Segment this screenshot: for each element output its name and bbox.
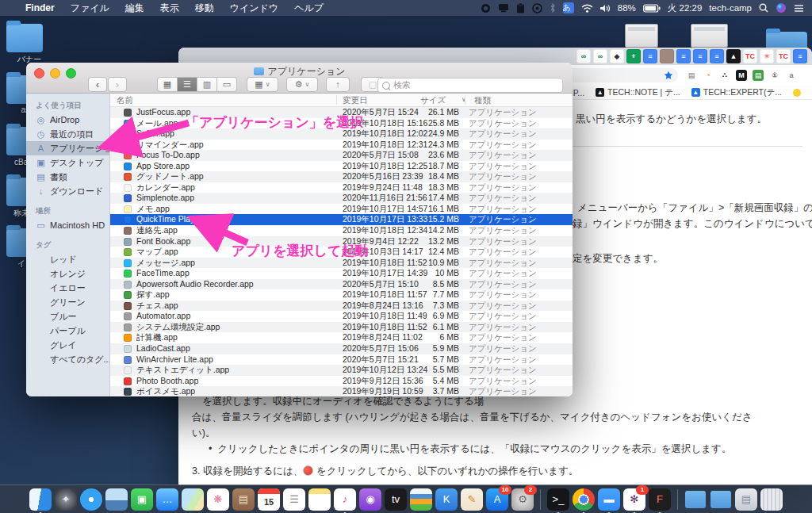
bookmark-item[interactable]: ▲TECH::NOTE | テ... [596, 87, 680, 98]
column-header-kind[interactable]: 種類 [474, 94, 491, 106]
file-row[interactable]: Font Book.app2019年9月4日 12:2213.2 MBアプリケー… [110, 236, 573, 247]
bluetooth-icon[interactable] [550, 3, 556, 13]
file-row[interactable]: JustFocus.app2020年5月7日 15:2426.1 MBアプリケー… [110, 107, 573, 118]
menu-item[interactable]: 編集 [117, 0, 152, 16]
dock-icon-safari[interactable] [80, 488, 102, 511]
desktop-folder[interactable]: バナー [6, 24, 43, 52]
record-status-icon[interactable] [481, 3, 491, 13]
sidebar-item-ブルー[interactable]: ブルー [26, 309, 109, 323]
dock-icon-figma[interactable]: F [649, 488, 671, 511]
display-menu-icon[interactable] [498, 3, 509, 13]
dock-icon-messages[interactable]: … [156, 488, 178, 511]
browser-tab[interactable]: ▲ [726, 49, 741, 63]
menu-item[interactable]: 移動 [187, 0, 222, 16]
file-row[interactable]: リマインダー.app2019年10月18日 12:3124.3 MBアプリケーシ… [110, 140, 573, 151]
dock-icon-itunes[interactable]: ♪ [334, 488, 356, 511]
file-row[interactable]: 探す.app2019年10月18日 11:577.7 MBアプリケーション [110, 289, 573, 301]
sidebar-item-グレイ[interactable]: グレイ [26, 338, 109, 352]
file-row[interactable]: テキストエディット.app2019年10月12日 13:245.5 MBアプリケ… [110, 365, 573, 376]
browser-tab[interactable]: ≡ [710, 49, 724, 63]
sidebar-item-オレンジ[interactable]: オレンジ [26, 266, 109, 281]
list-view-button[interactable]: ☰ [178, 77, 197, 92]
sidebar-item-アプリケーション[interactable]: Aアプリケーション [26, 141, 109, 155]
battery-icon[interactable] [643, 4, 661, 13]
column-header-name[interactable]: 名前 [117, 94, 133, 106]
dock-icon-calendar[interactable]: 15 [258, 488, 280, 511]
desktop-screenshot-thumbnail[interactable] [625, 24, 658, 48]
sidebar-item-レッド[interactable]: レッド [26, 252, 109, 266]
column-view-button[interactable]: ▥ [197, 77, 217, 92]
dock-icon-contacts[interactable]: ▤ [232, 488, 255, 511]
browser-tab[interactable] [660, 49, 674, 63]
forward-button[interactable]: › [108, 77, 127, 92]
back-button[interactable]: ‹ [88, 77, 107, 92]
browser-tab[interactable]: ∞ [593, 49, 607, 63]
file-row[interactable]: ボイスメモ.app2019年9月19日 10:593.7 MBアプリケーション [110, 386, 573, 396]
file-row[interactable]: カレンダー.app2019年9月24日 11:4818.3 MBアプリケーション [110, 182, 573, 193]
menu-item[interactable]: ウインドウ [222, 0, 286, 16]
input-source-icon[interactable]: あ [563, 2, 574, 13]
dock-icon-app-store[interactable]: A10 [486, 488, 508, 511]
desktop-screenshot-thumbnail[interactable] [691, 24, 728, 48]
group-button[interactable]: ▦ ∨ [247, 77, 278, 92]
dock-icon-trash[interactable] [760, 488, 783, 511]
column-header-size[interactable]: サイズ [420, 94, 446, 106]
browser-tab[interactable]: + [626, 49, 641, 63]
browser-tab[interactable]: ≡ [643, 49, 657, 63]
dock-icon-preview[interactable] [105, 488, 128, 511]
dock-icon-finder[interactable] [29, 488, 52, 511]
emoji-bookmark-icon[interactable] [793, 89, 801, 97]
extension-icon[interactable]: ▤ [753, 70, 764, 81]
browser-tab[interactable]: ✳ [760, 49, 774, 63]
volume-icon[interactable] [600, 4, 611, 13]
file-row[interactable]: チェス.app2019年8月24日 13:167.3 MBアプリケーション [110, 301, 573, 312]
extension-icon[interactable]: ① [769, 70, 780, 81]
sidebar-item-ダウンロード[interactable]: ↓ダウンロード [26, 184, 109, 198]
dock-icon-windows-stack[interactable]: ▤ [735, 488, 757, 511]
sidebar-item-Macintosh HD[interactable]: ▭Macintosh HD [26, 218, 109, 232]
dock-icon-chrome[interactable] [573, 488, 595, 511]
file-row[interactable]: マップ.app2019年10月3日 14:1712.4 MBアプリケーション [110, 247, 573, 258]
apple-menu-icon[interactable] [0, 0, 17, 16]
dock-icon-pages[interactable]: ✎ [461, 488, 483, 511]
dock-icon-notes[interactable] [308, 488, 331, 511]
spotlight-search-icon[interactable] [759, 3, 768, 13]
finder-titlebar[interactable]: アプリケーション ‹ › ▦ ☰ ▥ ▭ ▦ ∨ ⚙ ∨ ↑ ▢ [26, 63, 573, 94]
dock-icon-photos[interactable]: ❋ [207, 488, 229, 511]
icon-view-button[interactable]: ▦ [157, 77, 178, 92]
browser-tab[interactable]: TC [743, 49, 757, 63]
extension-icons[interactable]: ▤◔∴M▤①a [686, 68, 797, 82]
gallery-view-button[interactable]: ▭ [217, 77, 237, 92]
extension-icon[interactable]: ∴ [719, 70, 730, 81]
sidebar-item-パープル[interactable]: パープル [26, 323, 109, 338]
file-row[interactable]: メッセージ.app2019年10月18日 11:5210.9 MBアプリケーショ… [110, 258, 573, 269]
extension-icon[interactable]: M [736, 70, 747, 81]
file-row[interactable]: Apowersoft Audio Recorder.app2020年5月7日 1… [110, 279, 573, 290]
file-row[interactable]: メモ.app2019年10月17日 14:5716.1 MBアプリケーション [110, 204, 573, 215]
sidebar-item-グリーン[interactable]: グリーン [26, 295, 109, 309]
menu-item[interactable]: 表示 [152, 0, 187, 16]
dock-icon-zoom[interactable]: ▬ [598, 488, 620, 511]
action-menu-button[interactable]: ⚙ ∨ [286, 77, 318, 92]
file-row[interactable]: Automator.app2019年10月18日 11:496.9 MBアプリケ… [110, 311, 573, 322]
menu-item[interactable]: Finder [17, 0, 63, 16]
dock-icon-terminal[interactable]: >_ [547, 488, 569, 511]
file-row[interactable]: Focus To-Do.app2020年5月7日 15:0823.6 MBアプリ… [110, 150, 573, 161]
browser-tab[interactable]: ≡ [793, 49, 807, 63]
dock-icon-podcasts[interactable]: ◉ [359, 488, 381, 511]
extension-icon[interactable]: ◔ [703, 70, 714, 81]
dock-icon-folder-stack-1[interactable] [684, 488, 707, 511]
clipboard-menu-icon[interactable] [516, 3, 525, 13]
file-row[interactable]: Safari.app2019年10月18日 12:0224.9 MBアプリケーシ… [110, 128, 573, 140]
menu-item[interactable]: ヘルプ [286, 0, 331, 16]
file-row[interactable]: 連絡先.app2019年10月18日 12:3414.2 MBアプリケーション [110, 225, 573, 236]
file-row[interactable]: メール.app2019年10月18日 15:1625.8 MBアプリケーション [110, 118, 573, 129]
extension-icon[interactable]: ▤ [686, 70, 697, 81]
dock-icon-reminders[interactable]: ☰ [283, 488, 305, 511]
file-row[interactable]: App Store.app2019年10月18日 12:2518.7 MBアプリ… [110, 161, 573, 172]
browser-tab[interactable]: ≡ [693, 49, 707, 63]
file-row[interactable]: Photo Booth.app2019年9月12日 15:365.4 MBアプリ… [110, 376, 573, 387]
file-row[interactable]: 計算機.app2019年8月24日 11:026 MBアプリケーション [110, 332, 573, 343]
file-row[interactable]: システム環境設定.app2019年10月18日 11:526.1 MBアプリケー… [110, 322, 573, 333]
bookmark-star-icon[interactable] [664, 71, 673, 80]
